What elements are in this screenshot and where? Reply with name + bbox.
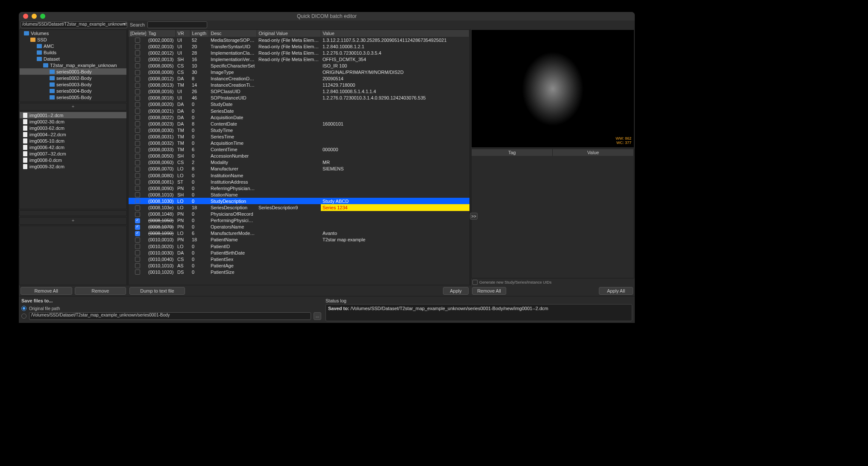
delete-checkbox[interactable]	[135, 225, 140, 230]
delete-checkbox[interactable]	[135, 199, 140, 204]
apply-all-button[interactable]: Apply All	[599, 287, 633, 295]
table-row[interactable]: (0008,1050)PN0PerformingPhysicianN...	[129, 217, 469, 224]
delete-checkbox[interactable]	[135, 147, 140, 152]
delete-checkbox[interactable]	[135, 44, 140, 49]
table-row[interactable]: (0008,0030)TM0StudyTime	[129, 127, 469, 133]
table-row[interactable]: (0008,0018)UI46SOPInstanceUID1.2.276.0.7…	[129, 95, 469, 101]
table-row[interactable]: (0002,0012)UI28ImplementationClass...Rea…	[129, 50, 469, 56]
table-row[interactable]: (0010,0020)LO0PatientID	[129, 243, 469, 249]
delete-checkbox[interactable]	[135, 70, 140, 75]
folder-tree[interactable]: VolumesSSDAMCBuildsDatasetT2star_map_exa…	[19, 29, 127, 102]
tree-item[interactable]: Volumes	[20, 30, 126, 36]
table-row[interactable]: (0008,0022)DA0AcquisitionDate	[129, 114, 469, 120]
tree-item[interactable]: series0002-Body	[20, 75, 126, 81]
tree-item[interactable]: T2star_map_example_unknown	[20, 62, 126, 68]
col-vr[interactable]: VR	[176, 30, 190, 37]
delete-checkbox[interactable]	[135, 192, 140, 197]
delete-checkbox[interactable]	[135, 76, 140, 82]
delete-checkbox[interactable]	[135, 179, 140, 185]
delete-checkbox[interactable]	[135, 102, 140, 107]
col-value[interactable]: Value	[321, 30, 469, 37]
file-item[interactable]: img0005-10.dcm	[20, 138, 126, 144]
tree-item[interactable]: SSD	[20, 36, 126, 43]
table-row[interactable]: (0008,1048)PN0PhysiciansOfRecord	[129, 211, 469, 217]
delete-checkbox[interactable]	[135, 205, 140, 211]
tree-item[interactable]: Builds	[20, 49, 126, 56]
delete-checkbox[interactable]	[135, 186, 140, 191]
delete-checkbox[interactable]	[135, 160, 140, 165]
table-row[interactable]: (0008,0080)LO0InstitutionName	[129, 172, 469, 179]
overrides-remove-all-button[interactable]: Remove All	[472, 287, 506, 295]
tree-item[interactable]: series0003-Body	[20, 81, 126, 88]
tree-item[interactable]: series0005-Body	[20, 94, 126, 100]
file-add-bar[interactable]: +	[19, 217, 127, 225]
col-length[interactable]: Length	[190, 30, 209, 37]
col-desc[interactable]: Desc	[209, 30, 257, 37]
override-col-tag[interactable]: Tag	[472, 149, 553, 156]
delete-checkbox[interactable]	[135, 115, 140, 120]
generate-uids-checkbox[interactable]	[472, 280, 478, 285]
remove-button[interactable]: Remove	[75, 287, 126, 295]
delete-checkbox[interactable]	[135, 128, 140, 133]
table-row[interactable]: (0008,0023)DA8ContentDate16000101	[129, 120, 469, 127]
table-row[interactable]: (0008,0050)SH0AccessionNumber	[129, 153, 469, 159]
table-row[interactable]: (0002,0010)UI20TransferSyntaxUIDRead-onl…	[129, 43, 469, 50]
delete-checkbox[interactable]	[135, 263, 140, 268]
file-item[interactable]: img0007--32.dcm	[20, 150, 126, 157]
remove-all-button[interactable]: Remove All	[21, 287, 72, 295]
delete-checkbox[interactable]	[135, 212, 140, 217]
apply-button[interactable]: Apply	[443, 287, 469, 295]
table-row[interactable]: (0008,0012)DA8InstanceCreationDate200905…	[129, 76, 469, 82]
delete-checkbox[interactable]	[135, 50, 140, 56]
table-row[interactable]: (0008,0016)UI26SOPClassUID1.2.840.10008.…	[129, 88, 469, 95]
delete-checkbox[interactable]	[135, 121, 140, 126]
delete-checkbox[interactable]	[135, 231, 140, 236]
radio-original-path[interactable]	[21, 306, 26, 311]
table-row[interactable]: (0010,0040)CS0PatientSex	[129, 256, 469, 262]
tree-item[interactable]: AMC	[20, 43, 126, 49]
tag-table-wrap[interactable]: [Delete] Tag VR Length Desc Original Val…	[128, 29, 470, 285]
delete-checkbox[interactable]	[135, 257, 140, 262]
table-row[interactable]: (0010,0030)DA0PatientBirthDate	[129, 249, 469, 256]
table-row[interactable]: (0002,0013)SH16ImplementationVersio...Re…	[129, 56, 469, 62]
delete-checkbox[interactable]	[135, 173, 140, 178]
table-row[interactable]: (0008,1090)LO6ManufacturerModelN...Avant…	[129, 230, 469, 237]
table-row[interactable]: (0008,0021)DA0SeriesDate	[129, 108, 469, 114]
delete-checkbox[interactable]	[135, 57, 140, 62]
table-row[interactable]: (0002,0003)UI52MediaStorageSOPInst...Rea…	[129, 37, 469, 43]
delete-checkbox[interactable]	[135, 250, 140, 255]
file-item[interactable]: img0002-30.dcm	[20, 118, 126, 125]
send-right-button[interactable]: >>	[470, 213, 478, 220]
file-item[interactable]: img0008-0.dcm	[20, 157, 126, 163]
override-col-value[interactable]: Value	[553, 149, 634, 156]
file-item[interactable]: img0001--2.dcm	[20, 112, 126, 118]
table-row[interactable]: (0008,0033)TM6ContentTime000000	[129, 147, 469, 153]
table-row[interactable]: (0008,0081)ST0InstitutionAddress	[129, 179, 469, 185]
browse-button[interactable]: ...	[314, 312, 321, 320]
delete-checkbox[interactable]	[135, 63, 140, 68]
table-row[interactable]: (0008,0031)TM0SeriesTime	[129, 133, 469, 140]
delete-checkbox[interactable]	[135, 38, 140, 43]
file-list[interactable]: img0001--2.dcmimg0002-30.dcmimg0003-62.d…	[19, 111, 127, 209]
table-row[interactable]: (0008,0070)LO8ManufacturerSIEMENS	[129, 166, 469, 172]
table-row[interactable]: (0008,0020)DA0StudyDate	[129, 101, 469, 108]
file-item[interactable]: img0004--22.dcm	[20, 131, 126, 138]
tree-add-bar[interactable]: +	[19, 103, 127, 111]
delete-checkbox[interactable]	[135, 141, 140, 146]
dump-button[interactable]: Dump to text file	[129, 287, 185, 295]
delete-checkbox[interactable]	[135, 237, 140, 243]
path-combo[interactable]: /olumes/SSD/Dataset/T2star_map_example_u…	[21, 21, 127, 28]
delete-checkbox[interactable]	[135, 167, 140, 172]
delete-checkbox[interactable]	[135, 218, 140, 223]
table-row[interactable]: (0008,103e)LO18SeriesDescriptionSeriesDe…	[129, 204, 469, 211]
table-row[interactable]: (0008,0008)CS30ImageTypeORIGINAL/PRIMARY…	[129, 69, 469, 75]
delete-checkbox[interactable]	[135, 270, 140, 275]
col-delete[interactable]: [Delete]	[129, 30, 147, 37]
dest-path-input[interactable]: /Volumes/SSD/Dataset/T2star_map_example_…	[29, 312, 311, 320]
file-item[interactable]: img0003-62.dcm	[20, 125, 126, 131]
image-preview[interactable]: WW: 862WC: 377	[472, 30, 634, 147]
table-row[interactable]: (0010,1020)DS0PatientSize	[129, 269, 469, 275]
table-row[interactable]: (0008,0005)CS10SpecificCharacterSetISO_I…	[129, 62, 469, 69]
col-tag[interactable]: Tag	[147, 30, 176, 37]
search-input[interactable]	[147, 21, 207, 28]
